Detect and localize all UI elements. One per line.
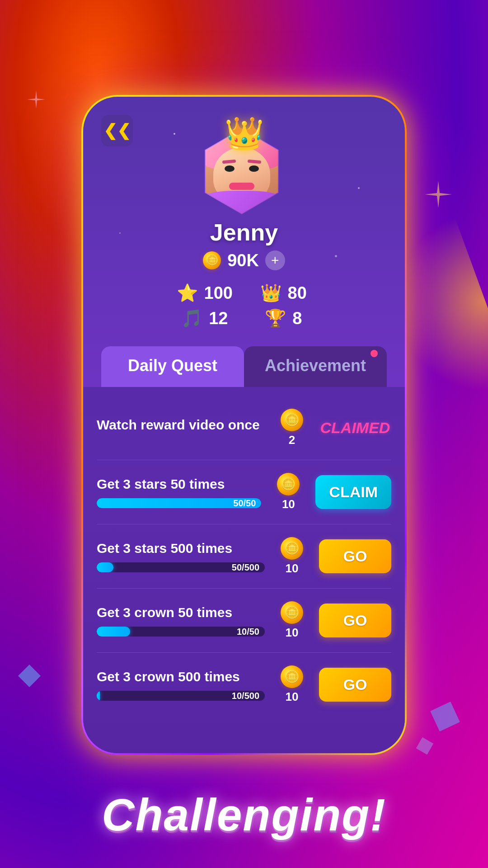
quest-title-4: Get 3 crown 50 times bbox=[97, 605, 265, 620]
quest-info-4: Get 3 crown 50 times 10/50 bbox=[97, 605, 265, 637]
reward-coin-5: 🪙 bbox=[281, 665, 303, 688]
quest-reward-2: 🪙 10 bbox=[270, 473, 306, 511]
quest-info-2: Get 3 stars 50 times 50/50 bbox=[97, 476, 261, 508]
quest-progress-fill-4 bbox=[97, 627, 130, 637]
quest-item-crown-50: Get 3 crown 50 times 10/50 🪙 10 GO bbox=[97, 589, 391, 653]
avatar-container: 👑 bbox=[199, 119, 289, 210]
quest-list: Watch reward video once 🪙 2 CLAIMED Get … bbox=[83, 387, 405, 753]
tab-achievement[interactable]: Achievement bbox=[244, 346, 387, 387]
coins-amount: 90K bbox=[227, 251, 259, 270]
reward-amount-5: 10 bbox=[286, 690, 299, 704]
phone-screen: ❮❮ 👑 bbox=[83, 97, 405, 753]
quest-reward-4: 🪙 10 bbox=[274, 601, 310, 640]
trophy-icon: 🏆 bbox=[265, 308, 286, 328]
coin-icon: 🪙 bbox=[203, 251, 221, 269]
quest-reward-5: 🪙 10 bbox=[274, 665, 310, 704]
stars-icon: ⭐ bbox=[177, 283, 198, 303]
player-name: Jenny bbox=[210, 219, 278, 246]
reward-coin-2: 🪙 bbox=[277, 473, 300, 495]
quest-progress-bg-4: 10/50 bbox=[97, 627, 265, 637]
stat-trophies: 🏆 8 bbox=[255, 308, 311, 328]
crowns-value: 80 bbox=[288, 283, 307, 303]
coins-row: 🪙 90K + bbox=[203, 250, 285, 270]
quest-progress-bg-2: 50/50 bbox=[97, 498, 261, 508]
stars-value: 100 bbox=[204, 283, 233, 303]
quest-reward-1: 🪙 2 bbox=[274, 409, 310, 447]
reward-coin-4: 🪙 bbox=[281, 601, 303, 624]
quest-item-stars-500: Get 3 stars 500 times 50/500 🪙 10 GO bbox=[97, 524, 391, 589]
quest-progress-fill-3 bbox=[97, 562, 113, 572]
quest-item-crown-500: Get 3 crown 500 times 10/500 🪙 10 GO bbox=[97, 653, 391, 717]
quest-info-5: Get 3 crown 500 times 10/500 bbox=[97, 669, 265, 701]
quest-progress-text-3: 50/500 bbox=[232, 562, 259, 572]
quest-progress-bg-5: 10/500 bbox=[97, 691, 265, 701]
quest-title-2: Get 3 stars 50 times bbox=[97, 476, 261, 492]
stat-crowns: 👑 80 bbox=[255, 283, 311, 303]
quest-progress-text-5: 10/500 bbox=[232, 691, 259, 701]
reward-coin-1: 🪙 bbox=[281, 409, 303, 431]
quest-title-1: Watch reward video once bbox=[97, 417, 265, 433]
quest-info-1: Watch reward video once bbox=[97, 417, 265, 439]
trophy-value: 8 bbox=[292, 309, 302, 328]
claimed-label-1: CLAIMED bbox=[319, 419, 391, 437]
reward-amount-2: 10 bbox=[282, 497, 295, 511]
stat-stars: ⭐ 100 bbox=[177, 283, 233, 303]
quest-title-5: Get 3 crown 500 times bbox=[97, 669, 265, 684]
quest-title-3: Get 3 stars 500 times bbox=[97, 541, 265, 556]
reward-amount-3: 10 bbox=[286, 561, 299, 576]
stat-music: 🎵 12 bbox=[177, 308, 233, 328]
quest-item-watch-video: Watch reward video once 🪙 2 CLAIMED bbox=[97, 396, 391, 460]
challenging-text: Challenging! bbox=[102, 789, 386, 841]
back-button[interactable]: ❮❮ bbox=[101, 115, 133, 146]
reward-amount-1: 2 bbox=[289, 433, 295, 447]
quest-progress-bg-3: 50/500 bbox=[97, 562, 265, 572]
tab-daily-quest[interactable]: Daily Quest bbox=[101, 346, 244, 387]
quest-item-stars-50: Get 3 stars 50 times 50/50 🪙 10 CLAIM bbox=[97, 460, 391, 524]
claim-button-2[interactable]: CLAIM bbox=[315, 475, 391, 509]
quest-section: Watch reward video once 🪙 2 CLAIMED Get … bbox=[83, 387, 405, 753]
music-value: 12 bbox=[209, 309, 228, 328]
reward-amount-4: 10 bbox=[286, 626, 299, 640]
back-arrow-icon: ❮❮ bbox=[103, 121, 131, 140]
go-button-4[interactable]: GO bbox=[319, 604, 391, 637]
crown-icon: 👑 bbox=[225, 115, 264, 152]
tab-achievement-label: Achievement bbox=[265, 356, 366, 375]
go-button-3[interactable]: GO bbox=[319, 539, 391, 573]
phone-frame: ❮❮ 👑 bbox=[81, 95, 407, 755]
quest-progress-text-4: 10/50 bbox=[237, 627, 259, 637]
tab-daily-quest-label: Daily Quest bbox=[128, 356, 217, 375]
quest-progress-fill-5 bbox=[97, 691, 100, 701]
quest-reward-3: 🪙 10 bbox=[274, 537, 310, 576]
add-coins-button[interactable]: + bbox=[265, 250, 285, 270]
stats-grid: ⭐ 100 👑 80 🎵 12 🏆 8 bbox=[141, 283, 348, 328]
quest-progress-text-2: 50/50 bbox=[233, 498, 256, 508]
achievement-notification-dot bbox=[371, 350, 378, 357]
reward-coin-3: 🪙 bbox=[281, 537, 303, 560]
quest-info-3: Get 3 stars 500 times 50/500 bbox=[97, 541, 265, 572]
crowns-icon: 👑 bbox=[260, 283, 282, 303]
music-icon: 🎵 bbox=[181, 308, 202, 328]
go-button-5[interactable]: GO bbox=[319, 668, 391, 702]
tabs-section: Daily Quest Achievement bbox=[83, 346, 405, 387]
